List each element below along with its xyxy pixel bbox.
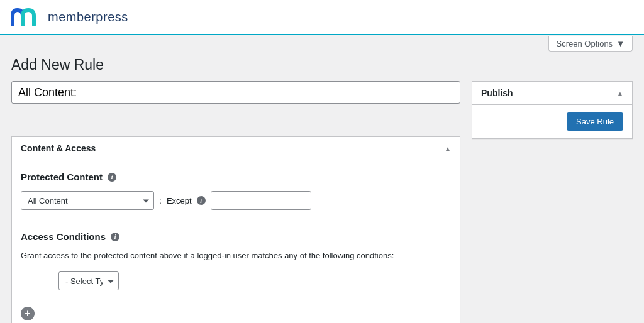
protected-content-select[interactable]: All Content xyxy=(21,191,154,210)
caret-down-icon: ▼ xyxy=(616,39,625,48)
screen-options-button[interactable]: Screen Options ▼ xyxy=(548,36,633,52)
add-condition-button[interactable]: + xyxy=(21,307,35,320)
colon-separator: : xyxy=(159,195,162,205)
content-access-box: Content & Access ▲ Protected Content i A… xyxy=(11,136,460,323)
condition-type-select-wrap: - Select Typ xyxy=(58,271,119,290)
save-rule-button[interactable]: Save Rule xyxy=(567,112,623,131)
screen-options-label: Screen Options xyxy=(557,39,613,48)
screen-options-bar: Screen Options ▼ xyxy=(11,35,633,52)
collapse-icon[interactable]: ▲ xyxy=(445,145,451,152)
except-label: Except xyxy=(167,196,192,205)
side-column: Publish ▲ Save Rule xyxy=(472,81,633,150)
plus-icon: + xyxy=(25,309,30,319)
main-column: Content & Access ▲ Protected Content i A… xyxy=(11,81,460,323)
conditions-row: - Select Typ xyxy=(21,271,451,290)
protected-content-row: All Content : Except i xyxy=(21,191,451,210)
protected-content-label-row: Protected Content i xyxy=(21,172,451,182)
protected-content-label: Protected Content xyxy=(21,172,103,182)
publish-body: Save Rule xyxy=(472,105,632,138)
except-input[interactable] xyxy=(211,191,311,210)
access-conditions-label-row: Access Conditions i xyxy=(21,231,451,242)
brand-header: memberpress xyxy=(0,0,644,35)
info-icon[interactable]: i xyxy=(108,173,116,182)
page-title: Add New Rule xyxy=(11,52,633,81)
columns: Content & Access ▲ Protected Content i A… xyxy=(11,81,633,323)
publish-box: Publish ▲ Save Rule xyxy=(472,81,633,139)
access-conditions-description: Grant access to the protected content ab… xyxy=(21,251,451,260)
access-conditions-label: Access Conditions xyxy=(21,231,106,242)
content-access-title: Content & Access xyxy=(21,143,96,153)
content-access-header[interactable]: Content & Access ▲ xyxy=(12,137,460,160)
rule-title-input[interactable] xyxy=(11,81,460,104)
brand-name: memberpress xyxy=(48,10,128,25)
work-area: Screen Options ▼ Add New Rule Content & … xyxy=(0,35,644,323)
content-access-body: Protected Content i All Content : Except… xyxy=(12,160,460,323)
protected-content-select-wrap: All Content xyxy=(21,191,154,210)
brand-logo: memberpress xyxy=(11,8,128,26)
publish-header[interactable]: Publish ▲ xyxy=(472,82,632,105)
info-icon[interactable]: i xyxy=(197,196,206,205)
condition-type-select[interactable]: - Select Typ xyxy=(58,271,119,290)
memberpress-logo-icon xyxy=(11,8,40,26)
collapse-icon[interactable]: ▲ xyxy=(617,90,623,97)
publish-title: Publish xyxy=(481,88,513,98)
info-icon[interactable]: i xyxy=(111,233,119,241)
